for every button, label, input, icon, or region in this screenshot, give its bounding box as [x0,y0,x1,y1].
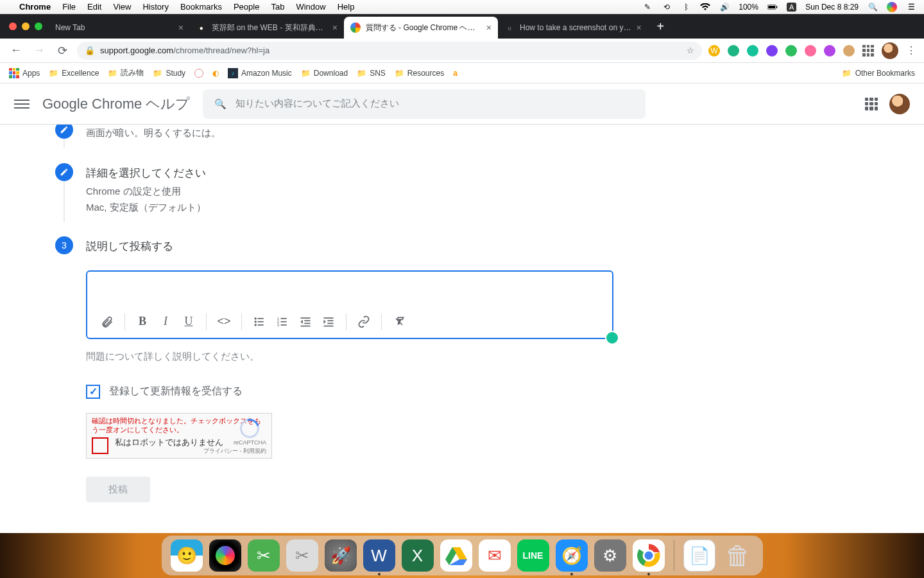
safari-icon[interactable]: 🧭 [556,539,588,572]
bold-icon[interactable]: B [133,312,152,331]
clock[interactable]: Sun Dec 8 8:29 [805,3,859,12]
close-tab-icon[interactable]: × [332,22,338,33]
launchpad-icon[interactable]: 🚀 [325,539,357,572]
menu-file[interactable]: File [62,2,76,12]
battery-icon[interactable] [767,2,778,12]
grammarly-icon[interactable] [747,45,758,57]
extension-icon[interactable] [728,45,739,57]
excel-icon[interactable]: X [402,539,434,572]
extension-icon[interactable] [766,45,778,57]
line-icon[interactable]: LINE [517,539,549,572]
word-icon[interactable]: W [363,539,395,572]
new-tab-button[interactable]: + [648,19,674,34]
profile-avatar[interactable] [882,42,898,59]
menu-help[interactable]: Help [338,2,355,12]
menu-bookmarks[interactable]: Bookmarks [180,2,222,12]
menu-view[interactable]: View [113,2,131,12]
recaptcha-links[interactable]: プライバシー - 利用規約 [203,447,266,455]
menu-tab[interactable]: Tab [271,2,284,12]
bookmark-amazon[interactable]: a [453,69,458,78]
close-window-button[interactable] [9,22,17,30]
close-tab-icon[interactable]: × [636,22,641,33]
extension-icon[interactable] [824,45,835,57]
attach-icon[interactable] [98,312,117,331]
app-icon[interactable]: ✂ [248,539,280,572]
close-tab-icon[interactable]: × [178,22,184,33]
tab-new-tab[interactable]: New Tab × [49,17,190,39]
tab-screenshot-howto[interactable]: ☼ How to take a screenshot on y… × [498,17,648,39]
volume-icon[interactable]: 🔊 [719,2,730,12]
evernote-menubar-icon[interactable]: ✎ [642,2,653,12]
numbered-list-icon[interactable]: 123 [273,312,292,331]
settings-icon[interactable]: ⚙ [594,539,626,572]
step-edit-icon[interactable] [55,163,73,181]
bookmark-folder[interactable]: 📁Study [153,69,185,78]
trash-icon[interactable]: 🗑 [722,539,754,572]
step-edit-icon[interactable] [55,125,73,139]
sync-menubar-icon[interactable]: ⟲ [662,2,672,12]
checkbox-icon[interactable]: ✓ [86,385,100,399]
back-button[interactable]: ← [8,42,24,59]
app-name[interactable]: Chrome [19,2,51,12]
forward-button[interactable]: → [31,42,47,59]
wifi-icon[interactable] [700,2,710,12]
google-drive-icon[interactable] [440,539,472,572]
close-tab-icon[interactable]: × [486,22,492,33]
bookmark-folder[interactable]: 📁読み物 [108,67,144,78]
subscribe-checkbox-row[interactable]: ✓ 登録して更新情報を受信する [86,385,654,399]
bookmark-folder[interactable]: 📁SNS [357,69,386,78]
evernote-icon[interactable] [785,45,797,57]
bookmark-folder[interactable]: 📁Resources [395,69,444,78]
outdent-icon[interactable] [296,312,315,331]
extension-icon[interactable] [805,45,816,57]
minimize-window-button[interactable] [22,22,30,30]
address-bar[interactable]: 🔒 support.google.com/chrome/thread/new?h… [77,42,702,60]
description-editor[interactable]: B I U <> 123 [86,270,613,339]
bookmark-folder[interactable]: 📁Excellence [49,69,99,78]
notification-center-icon[interactable]: ☰ [906,2,916,12]
post-button[interactable]: 投稿 [86,477,150,502]
google-apps-icon[interactable] [865,98,878,110]
spotlight-icon[interactable]: 🔍 [868,2,878,12]
chrome-icon[interactable] [633,539,665,572]
bluetooth-icon[interactable]: ᛒ [681,2,691,12]
gmail-icon[interactable]: ✉ [479,539,511,572]
extension-icon[interactable]: W [708,45,720,57]
bookmark-amazon-music[interactable]: ♪Amazon Music [228,68,292,78]
chrome-menu-icon[interactable]: ⋮ [906,44,916,57]
apps-icon[interactable] [862,45,874,57]
grammarly-badge-icon[interactable] [605,331,619,345]
bullet-list-icon[interactable] [250,312,269,331]
bookmark-apps[interactable]: Apps [9,68,40,78]
help-search-input[interactable]: 🔍 知りたい内容についてご記入ください [203,89,646,119]
italic-icon[interactable]: I [156,312,175,331]
clear-format-icon[interactable] [389,312,409,331]
menu-people[interactable]: People [234,2,259,12]
app-icon[interactable]: ✂︎ [286,539,318,572]
finder-icon[interactable]: 🙂 [171,539,203,572]
document-icon[interactable]: 📄 [683,539,715,572]
bookmark-star-icon[interactable]: ☆ [687,46,694,55]
extension-icon[interactable] [843,45,855,57]
hamburger-menu-icon[interactable] [14,96,30,112]
tab-google-help[interactable]: 質問する - Google Chrome ヘル… × [344,17,498,39]
bookmark-folder[interactable]: 📁Download [301,69,348,78]
bookmark-item[interactable] [194,69,203,78]
siri-icon[interactable] [209,539,241,572]
other-bookmarks[interactable]: Other Bookmarks [855,69,915,78]
input-source-icon[interactable]: A [787,3,796,12]
indent-icon[interactable] [319,312,338,331]
reload-button[interactable]: ⟳ [54,42,71,59]
menu-history[interactable]: History [142,2,168,12]
underline-icon[interactable]: U [179,312,198,331]
fullscreen-window-button[interactable] [35,22,42,30]
link-icon[interactable] [354,312,373,331]
menu-window[interactable]: Window [296,2,325,12]
siri-menubar-icon[interactable] [887,2,897,12]
account-avatar[interactable] [889,94,910,114]
menu-edit[interactable]: Edit [87,2,101,12]
bookmark-item[interactable]: ◐ [212,69,219,78]
code-icon[interactable]: <> [214,312,234,331]
recaptcha-checkbox[interactable] [92,437,108,454]
tab-eijiro[interactable]: ● 英辞郎 on the WEB - 英和辞典・… × [190,17,344,39]
